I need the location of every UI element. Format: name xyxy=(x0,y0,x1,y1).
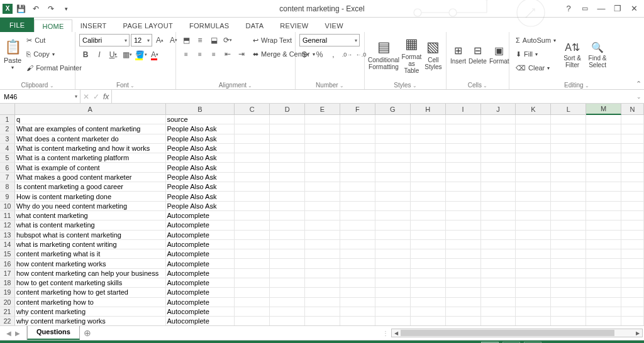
cell[interactable] xyxy=(305,173,340,182)
sheet-next-button[interactable]: ▶ xyxy=(15,330,20,337)
help-button[interactable]: ? xyxy=(562,4,575,13)
cell[interactable] xyxy=(305,182,340,192)
sheet-prev-button[interactable]: ◀ xyxy=(6,330,11,337)
cell[interactable] xyxy=(270,115,305,124)
cell[interactable] xyxy=(305,317,340,326)
cell[interactable] xyxy=(235,288,270,297)
cell[interactable] xyxy=(481,259,516,268)
italic-button[interactable]: I xyxy=(93,48,106,61)
row-header-3[interactable]: 3 xyxy=(0,134,15,144)
enter-formula-button[interactable]: ✓ xyxy=(93,92,99,101)
cell[interactable] xyxy=(446,269,481,278)
cell[interactable] xyxy=(305,153,340,163)
comma-button[interactable]: , xyxy=(327,48,340,61)
cell[interactable]: People Also Ask xyxy=(166,192,235,201)
insert-cells-button[interactable]: ⊞Insert xyxy=(450,34,466,75)
cell[interactable] xyxy=(411,134,446,144)
qat-customize-button[interactable]: ▾ xyxy=(59,2,73,16)
cell[interactable] xyxy=(375,182,411,192)
cell[interactable] xyxy=(375,317,411,326)
cell[interactable]: What is a content marketing platform xyxy=(15,153,166,163)
cell[interactable] xyxy=(446,202,481,211)
cell[interactable] xyxy=(270,153,305,163)
cell[interactable] xyxy=(340,182,375,192)
cell[interactable] xyxy=(446,220,481,230)
cell[interactable]: People Also Ask xyxy=(166,134,235,144)
cell[interactable] xyxy=(270,278,305,288)
cell[interactable] xyxy=(270,307,305,317)
cell[interactable] xyxy=(446,124,481,134)
cell[interactable] xyxy=(411,182,446,192)
cell[interactable] xyxy=(621,115,644,124)
column-header-I[interactable]: I xyxy=(446,104,481,115)
cell[interactable] xyxy=(411,259,446,268)
cell[interactable] xyxy=(621,134,644,144)
cell[interactable] xyxy=(551,317,586,326)
cell[interactable] xyxy=(305,269,340,278)
row-header-8[interactable]: 8 xyxy=(0,182,15,192)
cell[interactable] xyxy=(340,173,375,182)
cell[interactable] xyxy=(235,211,270,220)
cell[interactable] xyxy=(621,317,644,326)
cell[interactable] xyxy=(340,240,375,249)
cell[interactable] xyxy=(305,163,340,172)
tab-review[interactable]: REVIEW xyxy=(272,19,316,32)
cell[interactable] xyxy=(516,173,551,182)
ribbon-display-button[interactable]: ▭ xyxy=(579,4,591,13)
cell[interactable] xyxy=(586,173,621,182)
cell[interactable] xyxy=(235,259,270,268)
cell[interactable] xyxy=(516,317,551,326)
tab-view[interactable]: VIEW xyxy=(317,19,352,32)
cell[interactable]: q xyxy=(15,115,166,124)
cell[interactable] xyxy=(411,115,446,124)
cell[interactable] xyxy=(481,278,516,288)
column-header-M[interactable]: M xyxy=(586,104,621,115)
sort-filter-button[interactable]: A⇅Sort & Filter xyxy=(561,34,584,75)
tab-formulas[interactable]: FORMULAS xyxy=(181,19,238,32)
cell[interactable] xyxy=(235,307,270,317)
row-header-1[interactable]: 1 xyxy=(0,115,15,124)
row-header-14[interactable]: 14 xyxy=(0,240,15,249)
cancel-formula-button[interactable]: ✕ xyxy=(83,92,89,101)
cell[interactable] xyxy=(411,249,446,259)
increase-decimal-button[interactable]: .0→ xyxy=(341,48,353,61)
cell[interactable] xyxy=(551,153,586,163)
cell[interactable] xyxy=(551,278,586,288)
align-left-button[interactable]: ≡ xyxy=(180,48,192,60)
column-header-D[interactable]: D xyxy=(270,104,305,115)
cell[interactable] xyxy=(270,220,305,230)
cell[interactable] xyxy=(270,249,305,259)
cell[interactable] xyxy=(411,307,446,317)
cell[interactable] xyxy=(516,278,551,288)
cell[interactable] xyxy=(621,192,644,201)
cell[interactable] xyxy=(621,163,644,172)
cell[interactable] xyxy=(411,231,446,240)
cell[interactable] xyxy=(481,153,516,163)
minimize-button[interactable]: — xyxy=(595,4,608,13)
cell[interactable] xyxy=(586,220,621,230)
row-header-21[interactable]: 21 xyxy=(0,307,15,317)
cell[interactable] xyxy=(621,173,644,182)
cell[interactable] xyxy=(481,288,516,297)
cell[interactable] xyxy=(551,220,586,230)
tab-file[interactable]: FILE xyxy=(0,18,34,32)
cell[interactable]: Autocomplete xyxy=(166,288,235,297)
cell[interactable] xyxy=(340,288,375,297)
cell[interactable] xyxy=(270,231,305,240)
cell[interactable] xyxy=(411,220,446,230)
cell[interactable] xyxy=(481,211,516,220)
cell[interactable] xyxy=(551,259,586,268)
cell[interactable] xyxy=(411,153,446,163)
row-header-4[interactable]: 4 xyxy=(0,144,15,153)
cell[interactable] xyxy=(305,278,340,288)
scroll-left-button[interactable]: ◀ xyxy=(392,329,401,337)
cell[interactable] xyxy=(516,269,551,278)
cell[interactable] xyxy=(305,134,340,144)
cell[interactable] xyxy=(305,231,340,240)
row-header-16[interactable]: 16 xyxy=(0,259,15,268)
cell[interactable] xyxy=(446,249,481,259)
cell[interactable]: What does a content marketer do xyxy=(15,134,166,144)
cell[interactable] xyxy=(411,192,446,201)
row-header-9[interactable]: 9 xyxy=(0,192,15,201)
cell[interactable] xyxy=(481,240,516,249)
